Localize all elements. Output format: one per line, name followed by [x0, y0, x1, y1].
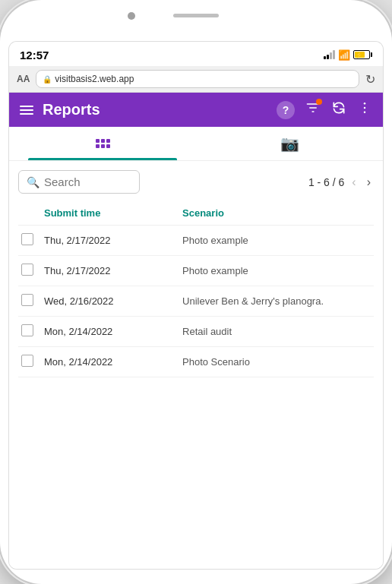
refresh-icon	[331, 100, 346, 115]
app-header: Reports ?	[9, 93, 383, 127]
browser-bar: AA 🔒 visitbasis2.web.app ↻	[9, 66, 383, 93]
col-header-checkbox	[18, 201, 41, 226]
tab-bar: 📷	[9, 127, 383, 161]
row-checkbox[interactable]	[21, 355, 33, 367]
search-icon: 🔍	[27, 176, 40, 188]
header-right: ?	[277, 100, 372, 119]
refresh-button[interactable]	[331, 100, 346, 119]
status-icons: 📶 ⚡	[324, 49, 372, 61]
row-submit-time: Thu, 2/17/2022	[41, 256, 179, 286]
camera-icon: 📷	[280, 134, 299, 153]
row-scenario: Photo Scenario	[179, 347, 374, 377]
svg-point-0	[364, 103, 366, 105]
battery-icon: ⚡	[353, 50, 372, 59]
menu-button[interactable]	[20, 106, 33, 115]
pagination-controls: 1 - 6 / 6 ‹ ›	[308, 174, 374, 191]
list-grid-icon	[96, 139, 110, 148]
filter-button[interactable]	[305, 100, 321, 119]
camera-cutout	[128, 12, 135, 20]
svg-point-1	[364, 107, 366, 109]
search-pagination-row: 🔍 1 - 6 / 6 ‹ ›	[18, 170, 374, 194]
status-bar: 12:57 📶 ⚡	[9, 42, 383, 66]
url-text: visitbasis2.web.app	[55, 74, 134, 84]
row-scenario: Unilever Ben & Jerry's planogra.	[179, 286, 374, 317]
url-bar[interactable]: 🔒 visitbasis2.web.app	[36, 70, 359, 88]
status-time: 12:57	[20, 49, 49, 62]
tab-camera[interactable]: 📷	[196, 127, 383, 160]
phone-content: 12:57 📶 ⚡ AA 🔒	[9, 42, 383, 569]
table-row: Thu, 2/17/2022Photo example	[18, 256, 374, 286]
help-button[interactable]: ?	[277, 101, 295, 119]
aa-label[interactable]: AA	[17, 74, 30, 84]
notification-dot	[316, 99, 322, 105]
row-scenario: Photo example	[179, 256, 374, 286]
table-row: Wed, 2/16/2022Unilever Ben & Jerry's pla…	[18, 286, 374, 317]
phone-frame: 12:57 📶 ⚡ AA 🔒	[0, 0, 392, 584]
wifi-icon: 📶	[338, 49, 350, 61]
pagination-prev-button[interactable]: ‹	[349, 174, 359, 191]
row-checkbox[interactable]	[21, 324, 33, 336]
table-row: Thu, 2/17/2022Photo example	[18, 226, 374, 256]
battery-bolt: ⚡	[356, 52, 363, 58]
table-row: Mon, 2/14/2022Photo Scenario	[18, 347, 374, 377]
row-checkbox[interactable]	[21, 233, 33, 245]
col-header-scenario: Scenario	[179, 201, 374, 226]
table-header-row: Submit time Scenario	[18, 201, 374, 226]
content-area: 🔍 1 - 6 / 6 ‹ › Submit time Scenario	[9, 161, 383, 569]
page-title: Reports	[43, 101, 100, 118]
signal-icon	[324, 50, 335, 59]
lock-icon: 🔒	[43, 75, 52, 84]
search-input[interactable]	[44, 175, 131, 188]
svg-point-2	[364, 112, 366, 114]
row-scenario: Photo example	[179, 226, 374, 256]
row-scenario: Retail audit	[179, 317, 374, 347]
table-row: Mon, 2/14/2022Retail audit	[18, 317, 374, 347]
pagination-next-button[interactable]: ›	[364, 174, 374, 191]
row-submit-time: Thu, 2/17/2022	[41, 226, 179, 256]
row-checkbox[interactable]	[21, 294, 33, 306]
row-submit-time: Wed, 2/16/2022	[41, 286, 179, 317]
row-submit-time: Mon, 2/14/2022	[41, 347, 179, 377]
more-icon	[357, 100, 372, 115]
help-icon: ?	[283, 104, 289, 116]
pagination-text: 1 - 6 / 6	[308, 176, 344, 188]
row-submit-time: Mon, 2/14/2022	[41, 317, 179, 347]
more-button[interactable]	[357, 100, 372, 119]
browser-refresh-button[interactable]: ↻	[365, 72, 375, 87]
col-header-submit-time: Submit time	[41, 201, 179, 226]
speaker	[173, 14, 219, 17]
row-checkbox[interactable]	[21, 264, 33, 276]
search-wrapper[interactable]: 🔍	[18, 170, 140, 194]
reports-table: Submit time Scenario Thu, 2/17/2022Photo…	[18, 201, 374, 377]
header-left: Reports	[20, 101, 100, 118]
tab-list[interactable]	[9, 127, 196, 160]
